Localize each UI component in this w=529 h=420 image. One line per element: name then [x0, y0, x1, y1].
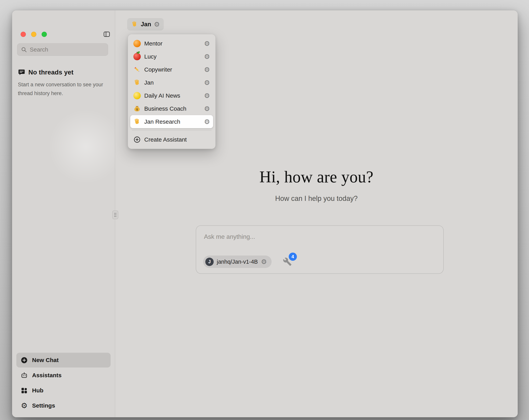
menu-item-copywriter[interactable]: Copywriter ⚙: [130, 63, 213, 76]
sidebar-item-label: New Chat: [32, 357, 59, 363]
app-window: No threads yet Start a new conversation …: [12, 10, 518, 417]
yellow-ball-icon: [133, 92, 141, 99]
search-input[interactable]: [30, 46, 105, 53]
wave-hand-icon: [133, 118, 141, 125]
assistant-dropdown-menu: Mentor ⚙ Lucy ⚙: [128, 34, 216, 149]
create-assistant-label: Create Assistant: [144, 136, 210, 143]
grip-dots-icon: [114, 212, 117, 217]
window-controls: [21, 32, 47, 37]
sidebar-item-settings[interactable]: ⚙ Settings: [16, 398, 111, 413]
sidebar: No threads yet Start a new conversation …: [12, 10, 115, 417]
search-box: [17, 43, 108, 56]
gear-icon[interactable]: ⚙: [204, 105, 210, 112]
sidebar-toggle-icon[interactable]: [103, 30, 111, 38]
greeting: Hi, how are you? How can I help you toda…: [115, 167, 518, 203]
model-avatar: J: [205, 258, 214, 266]
gear-icon[interactable]: ⚙: [204, 40, 210, 47]
tools-button[interactable]: 4: [283, 257, 292, 266]
menu-item-label: Business Coach: [144, 105, 201, 112]
threads-empty-state: No threads yet Start a new conversation …: [18, 69, 107, 98]
empty-state-title: No threads yet: [28, 69, 74, 76]
gear-icon[interactable]: ⚙: [261, 258, 267, 265]
chat-input[interactable]: [204, 233, 436, 251]
tools-count-badge: 4: [289, 253, 297, 261]
model-selector[interactable]: J janhq/Jan-v1-4B ⚙: [203, 256, 272, 268]
model-name: janhq/Jan-v1-4B: [217, 259, 258, 265]
chat-bubble-icon: [18, 69, 25, 76]
pencil-icon: [133, 66, 141, 73]
gear-icon: ⚙: [21, 402, 28, 409]
pane-resize-handle[interactable]: [112, 211, 118, 219]
menu-item-label: Copywriter: [144, 66, 201, 73]
menu-item-business-coach[interactable]: $ Business Coach ⚙: [130, 102, 213, 115]
gear-icon[interactable]: ⚙: [204, 92, 210, 99]
composer-controls: J janhq/Jan-v1-4B ⚙ 4: [203, 256, 292, 268]
menu-item-label: Mentor: [144, 40, 201, 47]
menu-item-label: Jan Research: [144, 118, 201, 125]
close-window-button[interactable]: [21, 32, 26, 37]
sidebar-nav: New Chat Assistants: [16, 353, 111, 413]
chat-composer: J janhq/Jan-v1-4B ⚙ 4: [196, 225, 444, 274]
sidebar-item-hub[interactable]: Hub: [16, 383, 111, 398]
sidebar-item-label: Assistants: [32, 372, 62, 379]
greeting-subtitle: How can I help you today?: [115, 194, 518, 203]
gear-icon[interactable]: ⚙: [204, 118, 210, 125]
apple-icon: [133, 53, 141, 60]
menu-item-jan[interactable]: Jan ⚙: [130, 76, 213, 89]
gear-icon[interactable]: ⚙: [204, 79, 210, 86]
wave-hand-icon: [131, 21, 138, 28]
grid-icon: [21, 387, 28, 394]
plus-circle-icon: [21, 357, 28, 364]
menu-item-jan-research[interactable]: Jan Research ⚙: [130, 115, 213, 128]
wave-hand-icon: [133, 79, 141, 86]
menu-item-daily-ai-news[interactable]: Daily AI News ⚙: [130, 89, 213, 102]
sidebar-item-new-chat[interactable]: New Chat: [16, 353, 111, 367]
money-bag-icon: $: [133, 105, 141, 112]
zoom-window-button[interactable]: [42, 32, 47, 37]
current-assistant-name: Jan: [141, 21, 151, 28]
sidebar-item-assistants[interactable]: Assistants: [16, 368, 111, 383]
menu-item-label: Daily AI News: [144, 92, 201, 99]
robot-icon: [21, 372, 28, 379]
menu-item-label: Lucy: [144, 53, 201, 60]
orange-ball-icon: [133, 40, 141, 47]
sidebar-item-label: Settings: [32, 402, 55, 409]
minimize-window-button[interactable]: [31, 32, 36, 37]
main-area: Jan ⚙ Mentor ⚙ Lucy ⚙: [115, 10, 518, 417]
search-icon: [21, 46, 27, 53]
menu-item-label: Jan: [144, 79, 201, 86]
gear-icon[interactable]: ⚙: [204, 66, 210, 73]
gear-icon[interactable]: ⚙: [154, 21, 160, 27]
menu-item-lucy[interactable]: Lucy ⚙: [130, 50, 213, 63]
create-assistant-button[interactable]: Create Assistant: [130, 133, 213, 146]
gear-icon[interactable]: ⚙: [204, 53, 210, 60]
empty-state-description: Start a new conversation to see your thr…: [18, 80, 104, 98]
assistant-selector[interactable]: Jan ⚙: [127, 18, 164, 30]
sidebar-item-label: Hub: [32, 387, 43, 394]
greeting-title: Hi, how are you?: [115, 167, 518, 186]
menu-item-mentor[interactable]: Mentor ⚙: [130, 37, 213, 50]
plus-circle-outline-icon: [133, 136, 141, 143]
svg-text:$: $: [136, 108, 138, 111]
